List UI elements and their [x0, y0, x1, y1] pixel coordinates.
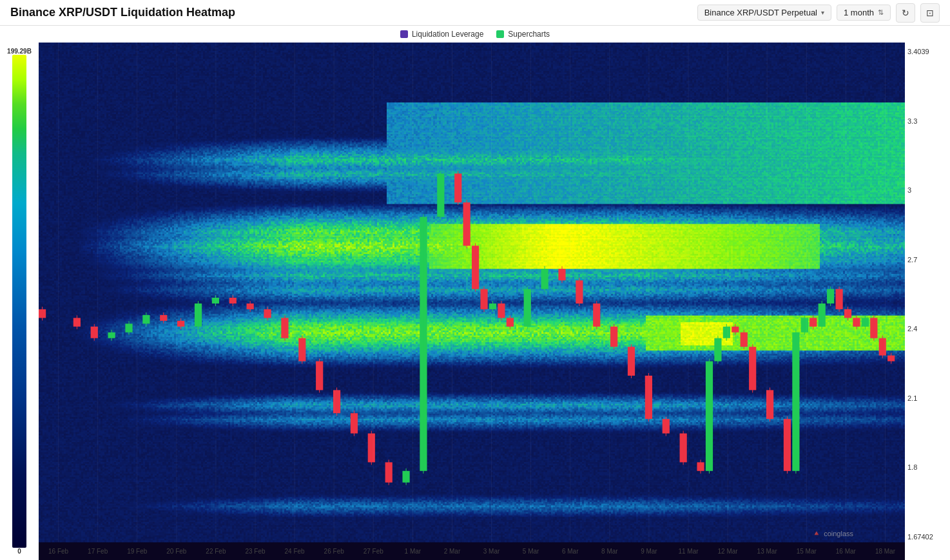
timeframe-selector[interactable]: 1 month ⇅ — [837, 5, 891, 21]
legend-label-supercharts: Supercharts — [508, 30, 550, 39]
chevron-down-icon: ▾ — [821, 9, 824, 16]
legend: Liquidation Leverage Supercharts — [0, 26, 950, 43]
heatmap-canvas — [39, 43, 905, 560]
color-scale-bar — [12, 55, 26, 548]
y-axis-label: 3.3 — [907, 117, 947, 125]
refresh-icon: ↻ — [902, 8, 909, 18]
legend-item-liquidation: Liquidation Leverage — [400, 30, 483, 39]
y-axis-label: 1.8 — [907, 463, 947, 471]
header: Binance XRP/USDT Liquidation Heatmap Bin… — [0, 0, 950, 26]
y-axis-label: 2.7 — [907, 256, 947, 264]
y-axis-label: 3.4039 — [907, 48, 947, 55]
camera-button[interactable]: ⊡ — [920, 3, 940, 23]
page-title: Binance XRP/USDT Liquidation Heatmap — [10, 6, 235, 19]
scale-top-label: 199.29B — [7, 48, 32, 55]
chart-area: 199.29B 0 🔺 coinglass 3.40393.332.72.42.… — [0, 43, 950, 560]
y-axis-label: 2.1 — [907, 394, 947, 402]
header-controls: Binance XRP/USDT Perpetual ▾ 1 month ⇅ ↻… — [697, 3, 940, 23]
heatmap-container: 🔺 coinglass — [39, 43, 905, 560]
color-scale: 199.29B 0 — [0, 43, 39, 560]
legend-item-supercharts: Supercharts — [496, 30, 550, 39]
y-axis-label: 2.4 — [907, 325, 947, 333]
legend-color-liquidation — [400, 30, 408, 38]
pair-selector-label: Binance XRP/USDT Perpetual — [704, 8, 817, 17]
scale-bottom-label: 0 — [17, 548, 21, 555]
y-axis: 3.40393.332.72.42.11.81.67402 — [905, 43, 950, 560]
pair-selector[interactable]: Binance XRP/USDT Perpetual ▾ — [697, 5, 831, 21]
legend-color-supercharts — [496, 30, 504, 38]
refresh-button[interactable]: ↻ — [896, 3, 915, 23]
coinglass-watermark: 🔺 coinglass — [812, 529, 853, 537]
chevron-updown-icon: ⇅ — [878, 8, 884, 17]
timeframe-label: 1 month — [844, 8, 874, 17]
y-axis-label: 1.67402 — [907, 533, 947, 541]
coinglass-text: coinglass — [824, 530, 853, 537]
page-container: Binance XRP/USDT Liquidation Heatmap Bin… — [0, 0, 950, 560]
coinglass-logo-icon: 🔺 — [812, 529, 821, 537]
camera-icon: ⊡ — [926, 8, 934, 18]
legend-label-liquidation: Liquidation Leverage — [412, 30, 483, 39]
y-axis-label: 3 — [907, 186, 947, 194]
